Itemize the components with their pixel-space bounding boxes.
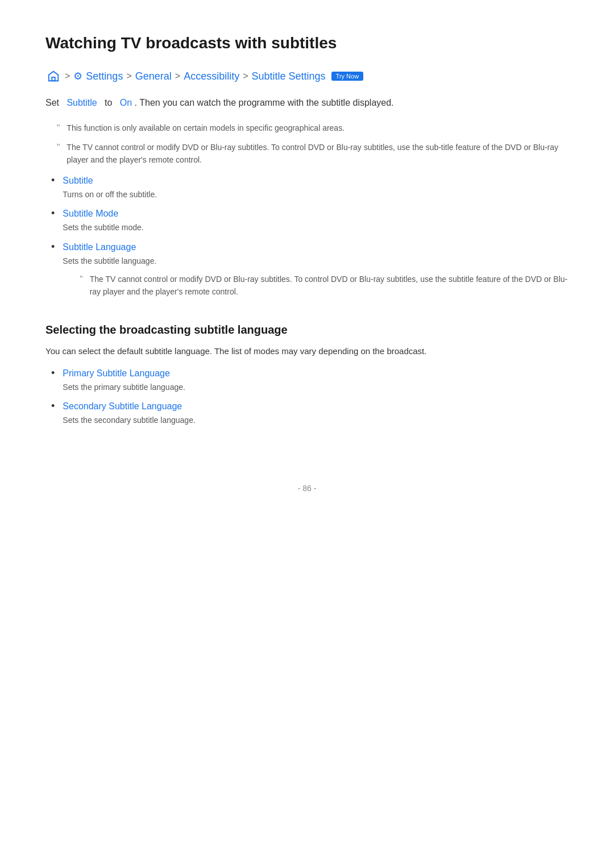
subtitle-label[interactable]: Subtitle	[63, 176, 569, 186]
primary-subtitle-description: Sets the primary subtitle language.	[63, 381, 569, 393]
home-icon	[45, 68, 61, 84]
gear-icon: ⚙	[73, 70, 82, 82]
bullet-item-subtitle-mode: • Subtitle Mode Sets the subtitle mode.	[45, 209, 569, 234]
bullet-dot-subtitle: •	[51, 175, 55, 186]
subtitle-mode-description: Sets the subtitle mode.	[63, 221, 569, 234]
note-quote-icon-1: "	[57, 122, 60, 132]
breadcrumb-settings[interactable]: Settings	[86, 70, 123, 82]
breadcrumb-subtitle-settings[interactable]: Subtitle Settings	[252, 70, 326, 82]
bullet-item-secondary-subtitle: • Secondary Subtitle Language Sets the s…	[45, 401, 569, 426]
bullet-content-primary-subtitle: Primary Subtitle Language Sets the prima…	[63, 368, 569, 393]
section2: Selecting the broadcasting subtitle lang…	[45, 323, 569, 427]
bullet-content-subtitle-mode: Subtitle Mode Sets the subtitle mode.	[63, 209, 569, 234]
section2-intro: You can select the default subtitle lang…	[45, 344, 569, 358]
try-now-badge[interactable]: Try Now	[331, 72, 364, 81]
breadcrumb-separator-1: >	[65, 71, 70, 81]
breadcrumb-separator-4: >	[243, 71, 248, 81]
breadcrumb-separator-2: >	[126, 71, 131, 81]
bullet-items-section: • Subtitle Turns on or off the subtitle.…	[45, 176, 569, 301]
intro-paragraph: Set Subtitle to On . Then you can watch …	[45, 95, 569, 110]
bullet-dot-secondary-subtitle: •	[51, 400, 55, 412]
subtitle-language-label[interactable]: Subtitle Language	[63, 242, 569, 252]
sub-note-quote-icon: "	[80, 273, 82, 283]
primary-subtitle-label[interactable]: Primary Subtitle Language	[63, 368, 569, 379]
subtitle-description: Turns on or off the subtitle.	[63, 188, 569, 201]
subtitle-mode-label[interactable]: Subtitle Mode	[63, 209, 569, 219]
bullet-item-primary-subtitle: • Primary Subtitle Language Sets the pri…	[45, 368, 569, 393]
secondary-subtitle-label[interactable]: Secondary Subtitle Language	[63, 401, 569, 412]
sub-note-text: The TV cannot control or modify DVD or B…	[90, 273, 569, 298]
intro-subtitle-link[interactable]: Subtitle	[67, 98, 97, 107]
breadcrumb-separator-3: >	[175, 71, 180, 81]
bullet-dot-subtitle-mode: •	[51, 207, 55, 219]
bullet-content-secondary-subtitle: Secondary Subtitle Language Sets the sec…	[63, 401, 569, 426]
breadcrumb-general[interactable]: General	[135, 70, 172, 82]
bullet-item-subtitle-language: • Subtitle Language Sets the subtitle la…	[45, 242, 569, 301]
intro-rest-text: . Then you can watch the programme with …	[135, 98, 394, 107]
note-text-2: The TV cannot control or modify DVD or B…	[67, 141, 569, 167]
note-text-1: This function is only available on certa…	[67, 122, 345, 134]
breadcrumb: > ⚙ Settings > General > Accessibility >…	[45, 68, 569, 84]
subtitle-language-sub-note: " The TV cannot control or modify DVD or…	[63, 273, 569, 298]
intro-on-link[interactable]: On	[120, 98, 132, 107]
secondary-subtitle-description: Sets the secondary subtitle language.	[63, 414, 569, 426]
breadcrumb-settings-icon: ⚙	[73, 70, 82, 82]
page-title: Watching TV broadcasts with subtitles	[45, 34, 569, 52]
bullet-content-subtitle-language: Subtitle Language Sets the subtitle lang…	[63, 242, 569, 301]
svg-rect-0	[52, 77, 55, 81]
bullet-dot-subtitle-language: •	[51, 241, 55, 253]
intro-set-label: Set	[45, 98, 59, 107]
notes-section: " This function is only available on cer…	[45, 122, 569, 167]
page-number: - 86 -	[298, 484, 317, 493]
bullet-dot-primary-subtitle: •	[51, 367, 55, 379]
note-item-2: " The TV cannot control or modify DVD or…	[45, 141, 569, 167]
bullet-item-subtitle: • Subtitle Turns on or off the subtitle.	[45, 176, 569, 201]
intro-to-label: to	[105, 98, 112, 107]
breadcrumb-accessibility[interactable]: Accessibility	[184, 70, 239, 82]
bullet-content-subtitle: Subtitle Turns on or off the subtitle.	[63, 176, 569, 201]
note-quote-icon-2: "	[57, 142, 60, 151]
page-footer: - 86 -	[45, 472, 569, 493]
note-item-1: " This function is only available on cer…	[45, 122, 569, 134]
section2-title: Selecting the broadcasting subtitle lang…	[45, 323, 569, 337]
subtitle-language-description: Sets the subtitle language.	[63, 255, 569, 267]
